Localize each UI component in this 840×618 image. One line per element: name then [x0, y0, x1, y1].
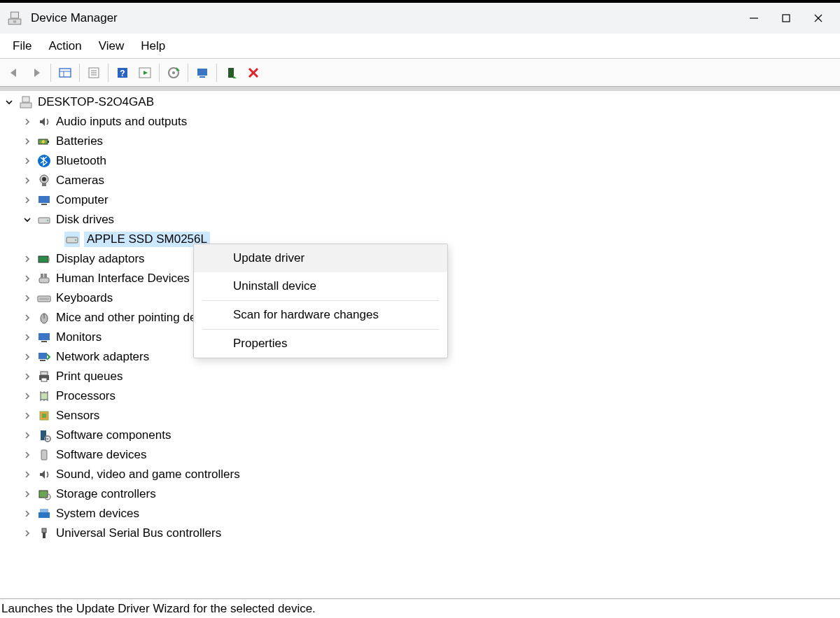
chevron-right-icon[interactable] [21, 488, 34, 500]
minimize-button[interactable] [738, 6, 770, 31]
tree-category-node[interactable]: Computer [0, 190, 840, 210]
tree-node-label: Cameras [56, 174, 104, 188]
tree-category-node[interactable]: Batteries [0, 132, 840, 151]
category-icon [36, 310, 52, 325]
category-icon [36, 212, 52, 227]
svg-rect-78 [43, 533, 46, 538]
device-tree[interactable]: DESKTOP-S2O4GAB Audio inputs and outputs… [0, 87, 840, 598]
chevron-right-icon[interactable] [21, 390, 34, 402]
chevron-right-icon[interactable] [21, 527, 34, 540]
category-icon [36, 428, 52, 443]
tree-category-node[interactable]: Sound, video and game controllers [0, 465, 840, 484]
chevron-right-icon[interactable] [21, 155, 34, 167]
chevron-right-icon[interactable] [21, 253, 34, 265]
tree-node-label: Software components [56, 428, 171, 442]
chevron-right-icon[interactable] [21, 449, 34, 461]
toolbar-separator [188, 64, 188, 82]
tree-category-node[interactable]: Audio inputs and outputs [0, 112, 840, 132]
tree-category-node[interactable]: Print queues [0, 367, 840, 386]
svg-point-34 [42, 177, 46, 181]
category-icon [36, 290, 52, 306]
properties-button[interactable] [83, 62, 105, 84]
category-icon [36, 330, 52, 345]
context-menu-item[interactable]: Uninstall device [194, 272, 447, 300]
forward-button[interactable] [25, 62, 48, 84]
svg-point-32 [38, 155, 50, 167]
chevron-right-icon[interactable] [21, 272, 34, 285]
svg-rect-57 [41, 372, 48, 375]
chevron-right-icon[interactable] [21, 115, 34, 128]
chevron-down-icon[interactable] [21, 213, 34, 226]
svg-rect-28 [20, 103, 31, 108]
svg-rect-58 [41, 378, 47, 381]
chevron-right-icon[interactable] [21, 331, 34, 344]
update-driver-button[interactable] [162, 62, 185, 84]
category-icon [36, 467, 52, 482]
svg-rect-54 [38, 353, 47, 359]
tree-node-label: Processors [56, 389, 115, 403]
enable-device-button[interactable] [220, 62, 242, 84]
menu-action[interactable]: Action [40, 36, 90, 56]
chevron-right-icon[interactable] [21, 311, 34, 324]
status-bar: Launches the Update Driver Wizard for th… [0, 598, 840, 618]
app-icon [7, 10, 22, 26]
category-icon [36, 349, 52, 365]
chevron-right-icon[interactable] [21, 468, 34, 481]
tree-category-node[interactable]: Disk drives [0, 210, 840, 230]
svg-rect-71 [41, 450, 47, 460]
chevron-right-icon[interactable] [21, 507, 34, 520]
context-menu-item[interactable]: Scan for hardware changes [194, 301, 447, 329]
chevron-right-icon[interactable] [21, 370, 34, 383]
chevron-down-icon[interactable] [3, 96, 15, 108]
category-icon [36, 114, 52, 129]
category-icon [36, 526, 52, 541]
category-icon [36, 447, 52, 463]
context-menu-item[interactable]: Properties [194, 330, 447, 358]
tree-node-label: Storage controllers [56, 487, 156, 501]
tree-category-node[interactable]: Software components [0, 426, 840, 445]
tree-node-label: Sound, video and game controllers [56, 468, 240, 482]
category-icon [36, 271, 52, 286]
menu-help[interactable]: Help [132, 36, 174, 56]
chevron-right-icon[interactable] [21, 292, 34, 304]
back-button[interactable] [3, 62, 25, 84]
close-button[interactable] [802, 6, 834, 31]
chevron-right-icon[interactable] [21, 409, 34, 422]
tree-category-node[interactable]: Software devices [0, 445, 840, 465]
disable-device-button[interactable] [242, 62, 265, 84]
maximize-button[interactable] [770, 6, 802, 31]
tree-category-node[interactable]: Processors [0, 386, 840, 406]
tree-category-node[interactable]: Storage controllers [0, 484, 840, 504]
tree-category-node[interactable]: Bluetooth [0, 151, 840, 171]
menu-view[interactable]: View [90, 36, 133, 56]
tree-node-label: APPLE SSD SM0256L [84, 232, 210, 247]
tree-category-node[interactable]: Cameras [0, 171, 840, 190]
svg-rect-42 [38, 256, 48, 262]
chevron-right-icon[interactable] [21, 429, 34, 442]
chevron-right-icon[interactable] [21, 174, 34, 187]
chevron-right-icon[interactable] [21, 194, 34, 206]
menu-file[interactable]: File [4, 36, 40, 56]
tree-category-node[interactable]: System devices [0, 504, 840, 524]
category-icon [36, 408, 52, 423]
svg-rect-77 [42, 528, 46, 533]
tree-category-node[interactable]: Universal Serial Bus controllers [0, 524, 840, 543]
svg-rect-27 [22, 97, 29, 102]
chevron-right-icon[interactable] [21, 351, 34, 363]
chevron-right-icon[interactable] [21, 135, 34, 148]
svg-rect-36 [38, 196, 50, 203]
help-button[interactable]: ? [111, 62, 134, 84]
tree-category-node[interactable]: Sensors [0, 406, 840, 426]
show-hide-console-button[interactable] [54, 62, 76, 84]
tree-node-label: Computer [56, 193, 108, 207]
context-menu: Update driverUninstall deviceScan for ha… [193, 244, 448, 358]
tree-root-node[interactable]: DESKTOP-S2O4GAB [0, 92, 840, 112]
toolbar-separator [79, 64, 80, 82]
view-button[interactable] [134, 62, 156, 84]
svg-rect-75 [38, 512, 50, 518]
scan-hardware-button[interactable] [191, 62, 214, 84]
context-menu-item[interactable]: Update driver [194, 244, 447, 272]
svg-point-70 [47, 438, 49, 440]
window-title: Device Manager [31, 11, 118, 25]
svg-rect-7 [59, 69, 71, 77]
